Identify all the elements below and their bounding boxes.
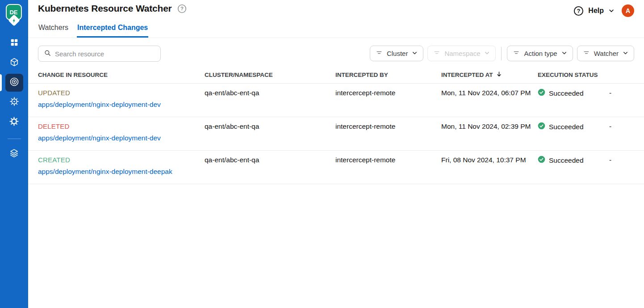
- svg-text:?: ?: [577, 8, 581, 14]
- status-label: Succeeded: [549, 156, 584, 165]
- filter-cluster-button[interactable]: Cluster: [370, 46, 424, 61]
- success-check-icon: [538, 122, 545, 132]
- table-row: UPDATED apps/deployment/nginx-deployment…: [28, 84, 644, 117]
- filter-action-type-button[interactable]: Action type: [507, 46, 573, 61]
- helm-wheel-icon: [9, 96, 20, 109]
- sidebar-item-dashboard[interactable]: [5, 34, 23, 52]
- column-header-intercepted-at[interactable]: INTERCEPTED AT: [441, 71, 538, 79]
- sidebar-item-resource-watcher[interactable]: [5, 74, 23, 92]
- chevron-down-icon: [623, 50, 628, 57]
- avatar-initial: A: [626, 7, 630, 14]
- resource-link[interactable]: apps/deployment/nginx-deployment-dev: [38, 134, 161, 143]
- help-question-icon[interactable]: ?: [573, 6, 584, 16]
- filter-icon: [433, 49, 440, 58]
- execution-status-cell: Succeeded: [538, 122, 609, 132]
- page-header: Kubernetes Resource Watcher ? ? Help A: [28, 0, 644, 38]
- filter-action-type-label: Action type: [524, 50, 557, 57]
- title-help-icon[interactable]: ?: [177, 4, 187, 13]
- target-icon: [9, 76, 20, 89]
- extra-cell: -: [609, 89, 644, 97]
- gear-icon: [9, 116, 19, 128]
- chevron-down-icon: [484, 50, 490, 57]
- action-badge: UPDATED: [38, 89, 205, 97]
- search-icon: [44, 49, 51, 59]
- search-box[interactable]: [38, 46, 161, 62]
- action-badge: CREATED: [38, 156, 205, 165]
- filter-cluster-label: Cluster: [387, 50, 408, 57]
- tab-bar: Watchers Intercepted Changes: [38, 19, 148, 38]
- sidebar-item-helm[interactable]: [5, 93, 23, 111]
- grid-icon: [9, 38, 19, 49]
- status-label: Succeeded: [549, 122, 584, 131]
- intercepted-by-cell: intercercept-remote: [335, 156, 441, 165]
- chevron-down-icon: [412, 50, 418, 57]
- resource-link[interactable]: apps/deployment/nginx-deployment-dev: [38, 100, 161, 109]
- intercepted-at-cell: Mon, 11 Nov 2024, 06:07 PM: [441, 89, 538, 97]
- sidebar: DE: [0, 0, 28, 308]
- extra-cell: -: [609, 122, 644, 131]
- page-title: Kubernetes Resource Watcher: [38, 3, 172, 14]
- column-header-intercepted-by: INTERCEPTED BY: [335, 72, 441, 78]
- column-header-cluster-namespace: CLUSTER/NAMESPACE: [205, 72, 335, 78]
- main-content: Kubernetes Resource Watcher ? ? Help A: [28, 0, 644, 308]
- filter-icon: [376, 49, 383, 58]
- filter-divider: [501, 47, 502, 60]
- column-header-change-in-resource: CHANGE IN RESOURCE: [38, 72, 205, 78]
- filter-group: Cluster Namespace Action type: [370, 46, 634, 61]
- filter-namespace-button[interactable]: Namespace: [427, 46, 496, 61]
- avatar[interactable]: A: [622, 4, 634, 17]
- execution-status-cell: Succeeded: [538, 156, 609, 165]
- status-label: Succeeded: [549, 89, 584, 98]
- svg-text:?: ?: [180, 6, 184, 11]
- filter-namespace-label: Namespace: [444, 50, 480, 57]
- resource-link[interactable]: apps/deployment/nginx-deployment-deepak: [38, 167, 172, 176]
- action-badge: DELETED: [38, 122, 205, 131]
- intercepted-by-cell: intercercept-remote: [335, 122, 441, 131]
- cluster-namespace-cell: qa-ent/abc-ent-qa: [205, 156, 335, 165]
- execution-status-cell: Succeeded: [538, 89, 609, 98]
- layers-icon: [9, 148, 19, 160]
- cube-icon: [9, 57, 19, 69]
- tab-intercepted-changes[interactable]: Intercepted Changes: [77, 19, 148, 38]
- success-check-icon: [538, 89, 545, 98]
- intercepted-at-cell: Fri, 08 Nov 2024, 10:37 PM: [441, 156, 538, 165]
- table-row: CREATED apps/deployment/nginx-deployment…: [28, 151, 644, 184]
- filter-icon: [513, 49, 520, 58]
- help-menu-label[interactable]: Help: [588, 7, 604, 15]
- sidebar-item-settings[interactable]: [5, 113, 23, 131]
- filter-watcher-label: Watcher: [594, 50, 619, 57]
- intercepted-changes-table: CHANGE IN RESOURCE CLUSTER/NAMESPACE INT…: [28, 67, 644, 184]
- table-header-row: CHANGE IN RESOURCE CLUSTER/NAMESPACE INT…: [28, 67, 644, 84]
- filter-icon: [583, 49, 590, 58]
- tab-watchers[interactable]: Watchers: [38, 19, 69, 38]
- intercepted-by-cell: intercercept-remote: [335, 89, 441, 97]
- sort-descending-icon: [496, 71, 502, 79]
- extra-cell: -: [609, 156, 644, 165]
- search-input[interactable]: [55, 50, 156, 58]
- success-check-icon: [538, 156, 545, 165]
- cluster-namespace-cell: qa-ent/abc-ent-qa: [205, 122, 335, 131]
- intercepted-at-cell: Mon, 11 Nov 2024, 02:39 PM: [441, 122, 538, 131]
- help-chevron-down-icon[interactable]: [608, 8, 615, 14]
- column-header-execution-status: EXECUTION STATUS: [538, 72, 609, 78]
- filter-watcher-button[interactable]: Watcher: [577, 46, 634, 61]
- table-row: DELETED apps/deployment/nginx-deployment…: [28, 117, 644, 151]
- toolbar: Cluster Namespace Action type: [28, 38, 644, 67]
- sidebar-item-layers[interactable]: [5, 145, 23, 163]
- cluster-namespace-cell: qa-ent/abc-ent-qa: [205, 89, 335, 97]
- app-logo[interactable]: DE: [6, 4, 23, 31]
- chevron-down-icon: [561, 50, 567, 57]
- sidebar-item-workloads[interactable]: [5, 54, 23, 72]
- sidebar-divider: [8, 139, 21, 139]
